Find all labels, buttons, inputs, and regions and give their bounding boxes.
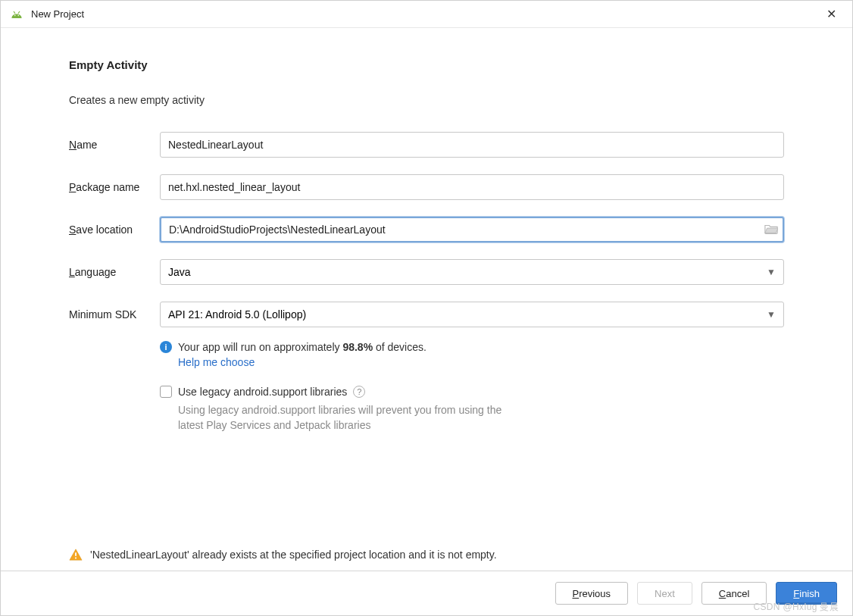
footer: Previous Next Cancel Finish CSDN @HxIug … (1, 571, 852, 615)
minsdk-value: API 21: Android 5.0 (Lollipop) (168, 308, 306, 321)
svg-point-1 (18, 14, 20, 16)
name-input[interactable] (160, 132, 784, 158)
legacy-checkbox[interactable] (160, 386, 172, 398)
legacy-label: Use legacy android.support libraries (178, 386, 347, 398)
warning-icon (69, 548, 83, 561)
language-value: Java (168, 266, 191, 278)
warning-text: 'NestedLinearLayout' already exists at t… (90, 549, 497, 561)
language-select[interactable]: Java ▼ (160, 259, 784, 285)
finish-button[interactable]: Finish (776, 582, 837, 605)
svg-rect-2 (75, 552, 77, 556)
minsdk-select[interactable]: API 21: Android 5.0 (Lollipop) ▼ (160, 302, 784, 327)
label-package: Package name (69, 181, 160, 193)
new-project-dialog: New Project ✕ Empty Activity Creates a n… (0, 0, 853, 616)
close-button[interactable]: ✕ (819, 2, 843, 27)
save-location-input[interactable] (160, 217, 784, 242)
warning-row: 'NestedLinearLayout' already exists at t… (1, 548, 852, 571)
package-input[interactable] (160, 174, 784, 200)
info-icon: i (160, 341, 172, 353)
label-save-location: Save location (69, 224, 160, 236)
svg-rect-3 (75, 558, 77, 559)
row-language: Language Java ▼ (69, 259, 784, 285)
cancel-button[interactable]: Cancel (701, 582, 767, 605)
page-description: Creates a new empty activity (69, 94, 784, 106)
row-minsdk: Minimum SDK API 21: Android 5.0 (Lollipo… (69, 302, 784, 327)
row-name: Name (69, 132, 784, 158)
window-title: New Project (31, 8, 819, 20)
svg-point-0 (14, 14, 16, 16)
browse-folder-icon[interactable] (764, 223, 778, 238)
legacy-description: Using legacy android.support libraries w… (178, 402, 526, 433)
label-language: Language (69, 266, 160, 278)
device-coverage-info: i Your app will run on approximately 98.… (160, 341, 784, 369)
row-package: Package name (69, 174, 784, 200)
next-button: Next (637, 582, 692, 605)
chevron-down-icon: ▼ (767, 267, 776, 277)
legacy-libraries-row: Use legacy android.support libraries ? (160, 386, 784, 398)
content-area: Empty Activity Creates a new empty activ… (1, 28, 852, 548)
label-name: Name (69, 139, 160, 151)
row-save-location: Save location (69, 217, 784, 242)
help-icon[interactable]: ? (353, 386, 365, 398)
chevron-down-icon: ▼ (767, 309, 776, 320)
page-heading: Empty Activity (69, 58, 784, 71)
help-me-choose-link[interactable]: Help me choose (178, 356, 255, 368)
android-logo-icon (10, 9, 23, 20)
label-minsdk: Minimum SDK (69, 308, 160, 321)
titlebar: New Project ✕ (1, 1, 852, 28)
previous-button[interactable]: Previous (555, 582, 629, 605)
coverage-text: Your app will run on approximately 98.8%… (178, 341, 426, 353)
